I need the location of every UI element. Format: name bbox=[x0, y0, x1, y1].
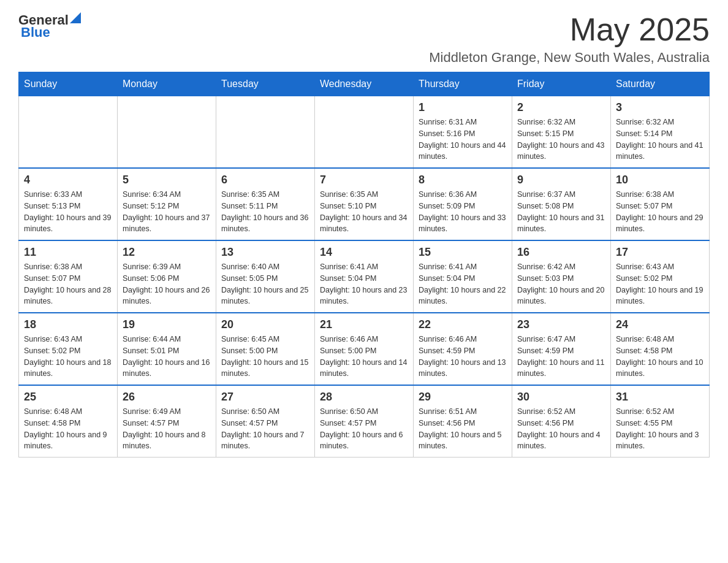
calendar-week-row: 11Sunrise: 6:38 AMSunset: 5:07 PMDayligh… bbox=[19, 240, 710, 313]
day-info-text: Sunset: 5:09 PM bbox=[419, 201, 507, 212]
calendar-day-header: Wednesday bbox=[315, 72, 414, 96]
day-info-text: Sunrise: 6:44 AM bbox=[123, 334, 211, 345]
day-info-text: Sunrise: 6:51 AM bbox=[419, 406, 507, 418]
day-info-text: Sunrise: 6:33 AM bbox=[24, 189, 112, 201]
calendar-day-cell: 19Sunrise: 6:44 AMSunset: 5:01 PMDayligh… bbox=[118, 313, 216, 385]
day-number: 29 bbox=[419, 391, 507, 404]
day-number: 26 bbox=[123, 391, 211, 404]
day-info-text: Sunrise: 6:50 AM bbox=[320, 406, 408, 418]
day-number: 25 bbox=[24, 391, 112, 404]
day-info-text: Sunrise: 6:40 AM bbox=[221, 261, 309, 273]
day-info-text: Sunset: 5:07 PM bbox=[24, 273, 112, 285]
calendar-day-header: Saturday bbox=[611, 72, 710, 96]
calendar-day-cell: 13Sunrise: 6:40 AMSunset: 5:05 PMDayligh… bbox=[216, 240, 315, 313]
day-info-text: Sunrise: 6:32 AM bbox=[517, 117, 605, 128]
calendar-day-cell bbox=[118, 96, 216, 169]
logo-blue-text: Blue bbox=[21, 25, 50, 40]
day-number: 14 bbox=[320, 246, 408, 259]
day-info-text: Sunrise: 6:39 AM bbox=[123, 261, 211, 273]
day-info-text: Daylight: 10 hours and 29 minutes. bbox=[616, 212, 704, 236]
day-info-text: Daylight: 10 hours and 34 minutes. bbox=[320, 212, 408, 236]
day-number: 19 bbox=[123, 318, 211, 331]
day-info-text: Sunset: 4:56 PM bbox=[517, 418, 605, 429]
calendar-week-row: 25Sunrise: 6:48 AMSunset: 4:58 PMDayligh… bbox=[19, 385, 710, 458]
day-info-text: Sunset: 4:57 PM bbox=[123, 418, 211, 429]
day-number: 28 bbox=[320, 391, 408, 404]
day-info-text: Daylight: 10 hours and 15 minutes. bbox=[221, 357, 309, 380]
day-info-text: Daylight: 10 hours and 18 minutes. bbox=[24, 357, 112, 380]
day-info-text: Sunrise: 6:52 AM bbox=[517, 406, 605, 418]
day-info-text: Sunset: 4:58 PM bbox=[24, 418, 112, 429]
day-info-text: Sunset: 4:58 PM bbox=[616, 345, 704, 357]
calendar-day-cell bbox=[315, 96, 414, 169]
day-info-text: Sunrise: 6:37 AM bbox=[517, 189, 605, 201]
day-info-text: Sunset: 5:02 PM bbox=[616, 273, 704, 285]
day-info-text: Daylight: 10 hours and 41 minutes. bbox=[616, 140, 704, 163]
calendar-day-header: Thursday bbox=[414, 72, 512, 96]
day-info-text: Daylight: 10 hours and 22 minutes. bbox=[419, 285, 507, 308]
calendar-day-cell: 26Sunrise: 6:49 AMSunset: 4:57 PMDayligh… bbox=[118, 385, 216, 458]
day-info-text: Daylight: 10 hours and 10 minutes. bbox=[616, 357, 704, 380]
calendar-day-cell: 29Sunrise: 6:51 AMSunset: 4:56 PMDayligh… bbox=[414, 385, 512, 458]
calendar-day-cell: 14Sunrise: 6:41 AMSunset: 5:04 PMDayligh… bbox=[315, 240, 414, 313]
calendar-week-row: 4Sunrise: 6:33 AMSunset: 5:13 PMDaylight… bbox=[19, 168, 710, 240]
day-info-text: Sunrise: 6:41 AM bbox=[320, 261, 408, 273]
calendar-day-cell: 15Sunrise: 6:41 AMSunset: 5:04 PMDayligh… bbox=[414, 240, 512, 313]
calendar-day-cell: 20Sunrise: 6:45 AMSunset: 5:00 PMDayligh… bbox=[216, 313, 315, 385]
calendar-day-cell: 22Sunrise: 6:46 AMSunset: 4:59 PMDayligh… bbox=[414, 313, 512, 385]
day-info-text: Sunrise: 6:46 AM bbox=[419, 334, 507, 345]
day-info-text: Sunrise: 6:35 AM bbox=[320, 189, 408, 201]
day-info-text: Sunset: 4:59 PM bbox=[517, 345, 605, 357]
day-info-text: Daylight: 10 hours and 8 minutes. bbox=[123, 429, 211, 453]
calendar-day-cell: 1Sunrise: 6:31 AMSunset: 5:16 PMDaylight… bbox=[414, 96, 512, 169]
day-info-text: Sunset: 4:57 PM bbox=[320, 418, 408, 429]
day-info-text: Sunrise: 6:43 AM bbox=[616, 261, 704, 273]
day-number: 1 bbox=[419, 101, 507, 114]
calendar-day-cell: 23Sunrise: 6:47 AMSunset: 4:59 PMDayligh… bbox=[512, 313, 611, 385]
calendar-day-cell: 8Sunrise: 6:36 AMSunset: 5:09 PMDaylight… bbox=[414, 168, 512, 240]
day-info-text: Sunset: 5:04 PM bbox=[419, 273, 507, 285]
day-info-text: Daylight: 10 hours and 39 minutes. bbox=[24, 212, 112, 236]
day-info-text: Sunrise: 6:38 AM bbox=[616, 189, 704, 201]
day-info-text: Daylight: 10 hours and 11 minutes. bbox=[517, 357, 605, 380]
calendar-day-header: Sunday bbox=[19, 72, 118, 96]
day-number: 11 bbox=[24, 246, 112, 259]
day-info-text: Sunset: 5:13 PM bbox=[24, 201, 112, 212]
day-info-text: Sunrise: 6:50 AM bbox=[221, 406, 309, 418]
day-info-text: Sunrise: 6:35 AM bbox=[221, 189, 309, 201]
calendar-day-cell: 16Sunrise: 6:42 AMSunset: 5:03 PMDayligh… bbox=[512, 240, 611, 313]
day-number: 20 bbox=[221, 318, 309, 331]
day-number: 17 bbox=[616, 246, 704, 259]
day-info-text: Sunrise: 6:52 AM bbox=[616, 406, 704, 418]
calendar-day-cell: 21Sunrise: 6:46 AMSunset: 5:00 PMDayligh… bbox=[315, 313, 414, 385]
day-info-text: Sunset: 5:06 PM bbox=[123, 273, 211, 285]
day-info-text: Daylight: 10 hours and 13 minutes. bbox=[419, 357, 507, 380]
calendar-table: SundayMondayTuesdayWednesdayThursdayFrid… bbox=[18, 72, 710, 458]
calendar-day-cell: 25Sunrise: 6:48 AMSunset: 4:58 PMDayligh… bbox=[19, 385, 118, 458]
day-info-text: Sunrise: 6:34 AM bbox=[123, 189, 211, 201]
day-number: 12 bbox=[123, 246, 211, 259]
day-info-text: Sunset: 5:02 PM bbox=[24, 345, 112, 357]
day-number: 6 bbox=[221, 174, 309, 186]
day-info-text: Sunset: 5:00 PM bbox=[320, 345, 408, 357]
calendar-day-cell: 27Sunrise: 6:50 AMSunset: 4:57 PMDayligh… bbox=[216, 385, 315, 458]
calendar-day-header: Friday bbox=[512, 72, 611, 96]
day-info-text: Sunset: 5:10 PM bbox=[320, 201, 408, 212]
day-number: 8 bbox=[419, 174, 507, 186]
calendar-day-cell: 24Sunrise: 6:48 AMSunset: 4:58 PMDayligh… bbox=[611, 313, 710, 385]
day-info-text: Daylight: 10 hours and 9 minutes. bbox=[24, 429, 112, 453]
day-info-text: Sunset: 5:15 PM bbox=[517, 128, 605, 140]
month-title: May 2025 bbox=[429, 12, 710, 47]
calendar-day-header: Monday bbox=[118, 72, 216, 96]
day-number: 2 bbox=[517, 101, 605, 114]
day-number: 10 bbox=[616, 174, 704, 186]
calendar-day-cell: 5Sunrise: 6:34 AMSunset: 5:12 PMDaylight… bbox=[118, 168, 216, 240]
calendar-day-cell: 12Sunrise: 6:39 AMSunset: 5:06 PMDayligh… bbox=[118, 240, 216, 313]
calendar-header-row: SundayMondayTuesdayWednesdayThursdayFrid… bbox=[19, 72, 710, 96]
day-info-text: Daylight: 10 hours and 26 minutes. bbox=[123, 285, 211, 308]
day-info-text: Daylight: 10 hours and 14 minutes. bbox=[320, 357, 408, 380]
day-number: 4 bbox=[24, 174, 112, 186]
calendar-week-row: 1Sunrise: 6:31 AMSunset: 5:16 PMDaylight… bbox=[19, 96, 710, 169]
day-number: 27 bbox=[221, 391, 309, 404]
day-number: 9 bbox=[517, 174, 605, 186]
